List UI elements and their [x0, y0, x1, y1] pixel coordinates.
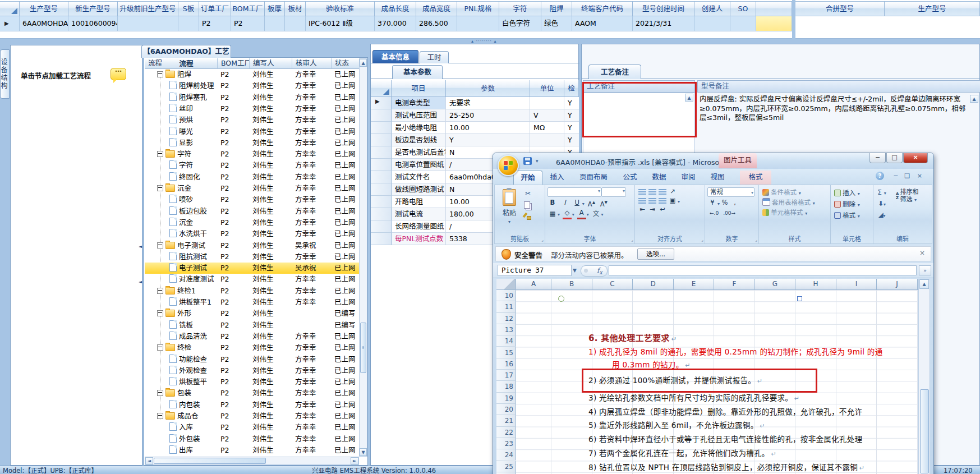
expand-collapse-icon[interactable]: [157, 413, 163, 419]
row-selector[interactable]: ▶: [0, 16, 20, 31]
scrollbar-thumb[interactable]: [360, 323, 366, 373]
cell-grid[interactable]: [516, 290, 918, 474]
grid-cell[interactable]: 370.000: [375, 16, 416, 31]
flow-node[interactable]: 包装: [145, 388, 218, 399]
flow-row[interactable]: 铣板P2刘伟生已编写: [145, 320, 359, 331]
flow-node[interactable]: 外包装: [145, 434, 218, 445]
flow-node[interactable]: 喷砂: [145, 194, 218, 205]
scroll-up-icon[interactable]: ▲: [360, 59, 367, 67]
column-header[interactable]: 型号创建时间: [633, 1, 694, 16]
format-as-table-button[interactable]: 套用表格格式 ▾: [760, 198, 829, 208]
sheet-row-header[interactable]: 15: [496, 347, 516, 358]
sheet-row-header[interactable]: 22: [496, 427, 516, 438]
cell-styles-button[interactable]: 单元格样式 ▾: [760, 208, 829, 218]
flow-row[interactable]: 字符P2刘伟生方幸幸已上网: [145, 149, 359, 160]
flow-node[interactable]: 字符: [145, 160, 218, 171]
flow-row[interactable]: 对准度测试P2刘伟生方幸幸已上网: [145, 274, 359, 285]
tab-process-flow[interactable]: 【6AAOMOHDAO】工艺流程: [141, 45, 231, 58]
sheet-row-header[interactable]: 19: [496, 393, 516, 404]
sheet-row-header[interactable]: 10: [496, 290, 516, 301]
maximize-button[interactable]: □: [886, 153, 903, 163]
underline-button[interactable]: U: [573, 199, 582, 208]
copy-icon[interactable]: [522, 200, 534, 210]
param-unit-cell[interactable]: V: [530, 109, 564, 122]
font-color-button[interactable]: A: [577, 209, 586, 219]
param-column-header[interactable]: 参数: [446, 80, 530, 97]
flow-node[interactable]: 阻焊塞孔: [145, 92, 218, 103]
percent-style-icon[interactable]: %: [720, 199, 729, 208]
column-header[interactable]: 合拼型号: [795, 1, 885, 16]
tab-work-hours[interactable]: 工时: [420, 51, 449, 63]
sheet-column-header[interactable]: I: [836, 279, 877, 290]
clear-icon[interactable]: ◢▾: [876, 210, 888, 220]
flow-node[interactable]: 成品清洗: [145, 331, 218, 342]
column-header[interactable]: 订单工厂: [199, 1, 231, 16]
param-value-cell[interactable]: 10.00: [446, 122, 530, 134]
font-size-select[interactable]: [601, 187, 626, 197]
quick-access-dropdown-icon[interactable]: ▾: [536, 158, 539, 164]
sheet-row-header[interactable]: 18: [496, 381, 516, 392]
column-header[interactable]: 板厚: [265, 1, 285, 16]
flow-node[interactable]: 电子测试: [145, 263, 218, 274]
font-name-select[interactable]: [547, 187, 601, 197]
flow-row[interactable]: 终检1P2刘伟生方幸幸已上网: [145, 286, 359, 297]
flow-row[interactable]: 沉金P2刘伟生方幸幸已上网: [145, 183, 359, 194]
flow-row[interactable]: 烘板整平1P2刘伟生方幸幸已上网: [145, 297, 359, 308]
expand-collapse-icon[interactable]: [157, 71, 163, 77]
merge-center-icon[interactable]: ▣: [668, 196, 677, 205]
param-row-selector[interactable]: [371, 159, 392, 171]
flow-column-header[interactable]: 核审人: [292, 58, 332, 69]
scroll-right-icon[interactable]: ►: [351, 457, 358, 464]
scroll-left-icon[interactable]: ◄: [145, 457, 153, 464]
flow-row[interactable]: 阻焊P2刘伟生方幸幸已上网: [145, 69, 359, 80]
expand-collapse-icon[interactable]: [157, 390, 163, 396]
sheet-row-header[interactable]: 21: [496, 415, 516, 426]
param-column-header[interactable]: 单位: [530, 80, 564, 97]
grid-cell[interactable]: [285, 16, 306, 31]
flow-node[interactable]: 预烘: [145, 114, 218, 126]
minimize-button[interactable]: ─: [869, 153, 886, 163]
sheet-column-header[interactable]: D: [633, 279, 674, 290]
dialog-launcher-icon[interactable]: ⌟: [755, 237, 757, 242]
grid-cell[interactable]: IPC-6012 Ⅱ级: [306, 16, 375, 31]
sheet-row-header[interactable]: 11: [496, 301, 516, 312]
sheet-column-header[interactable]: H: [795, 279, 836, 290]
flow-node[interactable]: 功能检查: [145, 354, 218, 365]
workbook-minimize-icon[interactable]: ─: [894, 172, 898, 180]
phonetic-button[interactable]: 文: [592, 210, 601, 219]
column-header[interactable]: SO: [730, 1, 756, 16]
param-item-cell[interactable]: 测试文件名: [392, 171, 446, 183]
sheet-vertical-scrollbar[interactable]: ▲: [918, 279, 930, 474]
flow-column-header[interactable]: 编写人: [250, 58, 292, 69]
number-format-select[interactable]: 常规: [707, 187, 754, 197]
param-item-cell[interactable]: 电测章类型: [392, 97, 446, 109]
flow-row[interactable]: 成品清洗P2刘伟生方幸幸已上网: [145, 331, 359, 342]
column-header[interactable]: BOM工厂: [231, 1, 265, 16]
excel-tab-4[interactable]: 公式: [615, 171, 645, 185]
align-right-icon[interactable]: [659, 198, 666, 204]
border-button[interactable]: ▦: [548, 210, 557, 219]
wrap-text-icon[interactable]: ↩: [658, 205, 667, 214]
flow-node[interactable]: 电子测试: [145, 240, 218, 251]
security-close-icon[interactable]: ×: [919, 249, 925, 257]
param-unit-cell[interactable]: MΩ: [530, 122, 564, 134]
tab-basic-params[interactable]: 基本参数: [392, 65, 443, 79]
grid-cell[interactable]: [457, 16, 499, 31]
dialog-launcher-icon[interactable]: ⌟: [631, 237, 633, 242]
decrease-decimal-icon[interactable]: .00→: [721, 209, 738, 218]
grid-cell[interactable]: 10010600094086: [68, 16, 118, 31]
flow-row[interactable]: 烘板整平P2刘伟生方幸幸已上网: [145, 376, 359, 388]
column-header[interactable]: PNL规格: [457, 1, 499, 16]
flow-node[interactable]: 终检1: [145, 286, 218, 297]
param-item-cell[interactable]: 做线圈短路测试: [392, 183, 446, 196]
formula-input[interactable]: [609, 265, 917, 275]
flow-row[interactable]: 外形P2刘伟生已编写: [145, 308, 359, 319]
expand-collapse-icon[interactable]: [157, 310, 163, 316]
save-icon[interactable]: [523, 157, 532, 165]
param-unit-cell[interactable]: [530, 134, 564, 146]
worksheet[interactable]: ABCDEFGHIJ101112131415161718192021222324…: [496, 279, 930, 474]
grid-cell[interactable]: P2: [199, 16, 231, 31]
flow-node[interactable]: 外形: [145, 308, 218, 319]
cut-icon[interactable]: ✂: [522, 188, 534, 199]
expand-collapse-icon[interactable]: [157, 151, 163, 157]
